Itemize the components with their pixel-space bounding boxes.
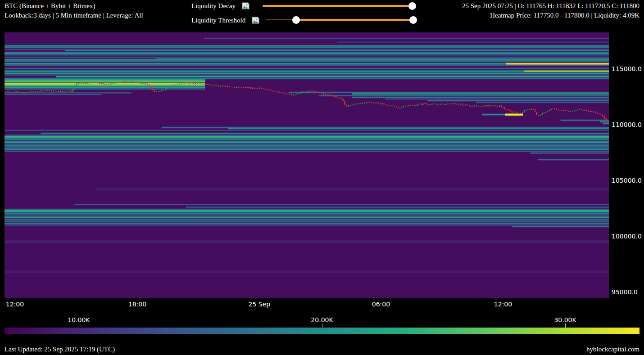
broken-image-icon xyxy=(242,2,249,9)
candle-ohlc-info: 25 Sep 2025 07:25 | O: 111765 H: 111832 … xyxy=(462,2,639,10)
price-tick-label: 105000.0 xyxy=(612,177,642,184)
price-tick-label: 115000.0 xyxy=(612,65,642,73)
threshold-low-handle[interactable] xyxy=(292,16,300,24)
time-tick-label: 12:00 xyxy=(494,301,512,308)
threshold-high-handle[interactable] xyxy=(409,16,417,24)
time-tick-label: 12:00 xyxy=(6,301,24,308)
price-tick-label: 95000.0 xyxy=(612,288,638,296)
colorbar-gradient xyxy=(5,328,639,334)
time-tick-label: 25 Sep xyxy=(249,301,271,308)
colorbar-tick xyxy=(79,324,79,328)
broken-image-icon xyxy=(252,17,259,24)
time-tick-label: 06:00 xyxy=(372,301,390,308)
liquidity-decay-label: Liquidity Decay xyxy=(191,2,236,10)
heatmap-price-info: Heatmap Price: 117750.0 - 117800.0 | Liq… xyxy=(490,11,639,19)
colorbar-label: 30.00K xyxy=(554,316,576,324)
colorbar-label: 10.00K xyxy=(68,316,90,324)
threshold-track-fill xyxy=(296,19,413,21)
colorbar-tick xyxy=(322,324,322,328)
site-link[interactable]: hyblockcapital.com xyxy=(586,346,639,353)
liquidity-threshold-label: Liquidity Threshold xyxy=(191,16,245,24)
decay-slider-handle[interactable] xyxy=(408,2,416,10)
colorbar-label: 20.00K xyxy=(311,316,333,324)
liquidity-heatmap-canvas[interactable] xyxy=(5,32,609,298)
lookback-info: Lookback:3 days | 5 Min timeframe | Leve… xyxy=(5,11,143,19)
price-tick-label: 100000.0 xyxy=(612,233,642,240)
app-root: { "header": { "title": "BTC (Binance + B… xyxy=(0,0,644,355)
time-tick-label: 18:00 xyxy=(128,301,146,308)
header-bar: BTC (Binance + Bybit + Bitmex) Lookback:… xyxy=(0,0,644,29)
symbol-title: BTC (Binance + Bybit + Bitmex) xyxy=(5,2,95,10)
last-updated-text: Last Updated: 25 Sep 2025 17:19 (UTC) xyxy=(5,346,115,353)
colorbar-tick xyxy=(565,324,566,328)
decay-track-fill xyxy=(263,5,412,7)
price-tick-label: 110000.0 xyxy=(612,121,642,129)
